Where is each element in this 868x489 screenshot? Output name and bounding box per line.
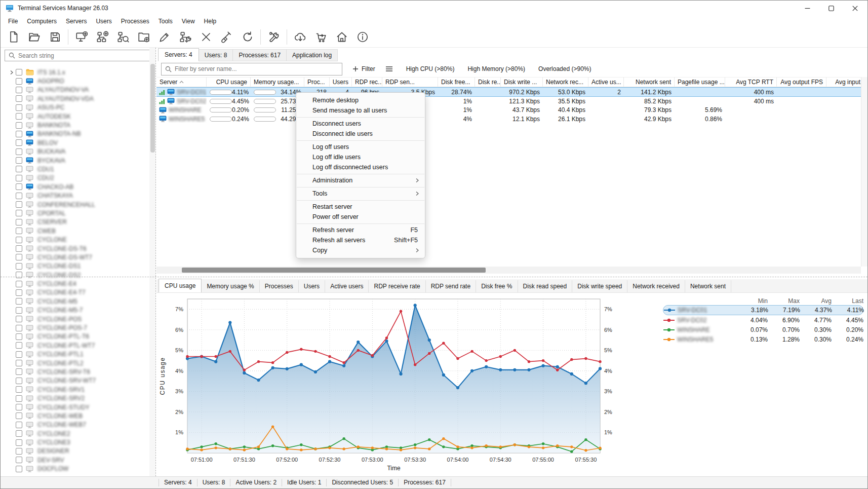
menu-item-send-message-to-all-users[interactable]: Send message to all users	[296, 105, 425, 116]
tree-item-checkbox[interactable]	[16, 228, 22, 234]
pane-splitter[interactable]	[1, 277, 867, 277]
server-row[interactable]: WINSHARE50.24%44.29%4%12.1 Kbps26.1 Kbps…	[156, 115, 861, 124]
tree-item-checkbox[interactable]	[16, 148, 22, 155]
tree-item[interactable]: CYCLONE-DS-WT7	[1, 253, 149, 261]
column-header-cpu-usage[interactable]: CPU usage	[207, 77, 251, 87]
tree-item[interactable]: BELOV	[1, 138, 149, 147]
tree-item[interactable]: AUTODESK	[1, 112, 149, 121]
tools-button[interactable]	[263, 28, 284, 46]
tree-item[interactable]: CYCLONE-DS-T6	[1, 244, 149, 253]
chart-tab-cpu-usage[interactable]: CPU usage	[159, 279, 202, 292]
tree-item[interactable]: DOCFLOW	[1, 465, 149, 473]
tree-item-checkbox[interactable]	[16, 237, 22, 243]
tree-item-checkbox[interactable]	[16, 175, 22, 181]
table-horizontal-scrollbar-thumb[interactable]	[182, 268, 486, 273]
find-computers-button[interactable]	[112, 28, 133, 46]
tree-item-checkbox[interactable]	[16, 289, 22, 296]
tree-item[interactable]: CYCLONE-WEB7	[1, 421, 149, 429]
tree-item[interactable]: CDU1	[1, 165, 149, 173]
menu-item-disconnect-idle-users[interactable]: Disconnect idle users	[296, 129, 425, 139]
menu-file[interactable]: File	[4, 17, 22, 26]
tree-item-checkbox[interactable]	[16, 342, 22, 349]
tree-item-checkbox[interactable]	[16, 307, 22, 314]
edit-button[interactable]	[154, 28, 175, 46]
column-header-memory-usage[interactable]: Memory usage...	[251, 77, 304, 87]
about-button[interactable]	[352, 28, 373, 46]
tree-item[interactable]: CYCLONE-M5	[1, 297, 149, 306]
column-header-disk-free[interactable]: Disk free...	[438, 77, 475, 87]
chart-tab-network-received[interactable]: Network received	[627, 280, 685, 292]
add-folder-button[interactable]	[133, 28, 154, 46]
tree-item-checkbox[interactable]	[16, 78, 22, 85]
column-header-network-rec[interactable]: Network rec...	[543, 77, 588, 87]
tree-item-checkbox[interactable]	[16, 183, 22, 190]
refresh-button[interactable]	[237, 28, 258, 46]
menu-item-disconnect-users[interactable]: Disconnect users	[296, 119, 425, 129]
tree-item[interactable]: CYCLONE2	[1, 429, 149, 438]
tree-item[interactable]: DESIGNER	[1, 447, 149, 456]
tree-item-checkbox[interactable]	[16, 254, 22, 260]
tree-item[interactable]: CHATSKAYA	[1, 191, 149, 200]
menu-item-administration[interactable]: Administration	[296, 175, 425, 185]
tree-item[interactable]: CYCLONE-E4	[1, 279, 149, 288]
chart-tab-network-sent[interactable]: Network sent	[685, 280, 731, 292]
tree-item-checkbox[interactable]	[16, 281, 22, 287]
expand-chevron-icon[interactable]	[8, 70, 16, 75]
cleanup-button[interactable]	[216, 28, 237, 46]
tree-item-checkbox[interactable]	[16, 422, 22, 428]
tree-item[interactable]: CONFERENCEHALL	[1, 200, 149, 209]
table-horizontal-scrollbar[interactable]	[156, 267, 861, 274]
tree-item[interactable]: CYCLONE-PTL-WT7	[1, 341, 149, 350]
tree-item-checkbox[interactable]	[16, 201, 22, 208]
tree-item-checkbox[interactable]	[16, 412, 22, 419]
filter-menu-icon[interactable]	[385, 66, 393, 72]
tree-item-checkbox[interactable]	[16, 210, 22, 216]
chart-tab-memory-usage[interactable]: Memory usage %	[202, 280, 259, 292]
menu-tools[interactable]: Tools	[154, 17, 177, 26]
legend-row[interactable]: WINSHARE0.07%0.70%0.30%0.20%	[663, 325, 863, 334]
tree-item[interactable]: CPORTAL	[1, 209, 149, 217]
menu-users[interactable]: Users	[91, 17, 116, 26]
tree-item[interactable]: CYCLONE3	[1, 438, 149, 446]
add-filter-button[interactable]: Filter	[352, 65, 375, 72]
filter-chip-high-memory-80[interactable]: High Memory (>80%)	[467, 65, 525, 72]
tree-item[interactable]: CHACKO-AB	[1, 182, 149, 191]
tab-application-log[interactable]: Application log	[287, 49, 338, 61]
tree-item-checkbox[interactable]	[16, 298, 22, 305]
tree-item-checkbox[interactable]	[16, 325, 22, 331]
column-header-pagefile-usage[interactable]: Pagefile usage ...	[675, 77, 725, 87]
tree-item[interactable]: ALYAUTDINOV-VA	[1, 86, 149, 94]
chart-tab-active-users[interactable]: Active users	[325, 280, 369, 292]
menu-item-refresh-server[interactable]: Refresh serverF5	[296, 225, 425, 235]
tree-item-checkbox[interactable]	[16, 139, 22, 146]
sidebar-scrollbar[interactable]	[149, 48, 155, 476]
tree-item-checkbox[interactable]	[16, 386, 22, 393]
tree-item-checkbox[interactable]	[16, 157, 22, 164]
tree-item-checkbox[interactable]	[16, 430, 22, 437]
menu-servers[interactable]: Servers	[61, 17, 91, 26]
tree-item-checkbox[interactable]	[16, 219, 22, 225]
tree-item-checkbox[interactable]	[16, 122, 22, 129]
menu-item-restart-server[interactable]: Restart server	[296, 202, 425, 212]
close-button[interactable]	[843, 1, 867, 16]
tree-item-checkbox[interactable]	[16, 272, 22, 278]
tree-item[interactable]: ITS 16.1.x	[1, 68, 149, 77]
tree-item-checkbox[interactable]	[16, 193, 22, 199]
column-header-active-us[interactable]: Active us...	[588, 77, 624, 87]
save-button[interactable]	[45, 28, 65, 46]
legend-row[interactable]: SRV-DC024.04%6.90%4.77%4.45%	[663, 315, 863, 325]
tree-item[interactable]: CYCLONE-SRV-T6	[1, 367, 149, 376]
column-header-avg-output-fps[interactable]: Avg output FPS	[777, 77, 826, 87]
server-row[interactable]: SRV-DC024.45%25.73%1%121.3 Kbps35.5 Kbps…	[156, 97, 861, 106]
tree-item[interactable]: CYCLONE-POS-7	[1, 323, 149, 332]
tree-item-checkbox[interactable]	[16, 368, 22, 375]
tree-item[interactable]: CYCLONE-WEB	[1, 411, 149, 420]
menu-item-copy[interactable]: Copy	[296, 245, 425, 255]
tree-item-checkbox[interactable]	[16, 333, 22, 340]
sidebar-search-box[interactable]	[5, 50, 150, 61]
server-filter-box[interactable]	[161, 63, 342, 76]
chart-tab-disk-write-speed[interactable]: Disk write speed	[572, 280, 627, 292]
menu-processes[interactable]: Processes	[116, 17, 154, 26]
tree-item[interactable]: CYCLONE-DS1	[1, 262, 149, 271]
tree-item[interactable]: CYCLONE-E4-T7	[1, 288, 149, 297]
